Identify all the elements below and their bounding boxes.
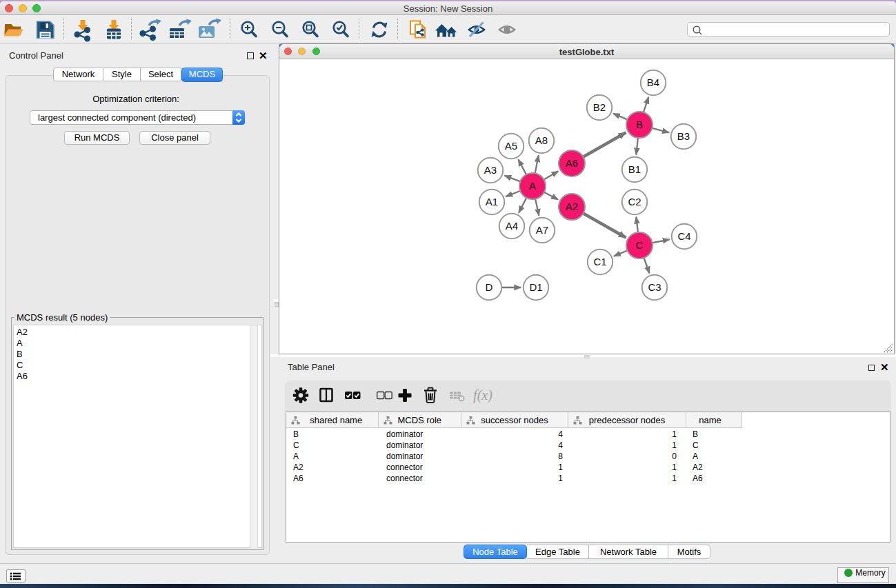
svg-text:C4: C4 (677, 230, 690, 242)
svg-text:B: B (636, 119, 643, 130)
svg-text:D1: D1 (529, 281, 542, 293)
svg-text:C1: C1 (593, 256, 606, 267)
svg-text:A4: A4 (506, 220, 518, 232)
svg-text:A: A (529, 180, 536, 192)
svg-text:A2: A2 (566, 201, 578, 212)
svg-text:C3: C3 (648, 281, 661, 293)
svg-text:B3: B3 (677, 130, 690, 142)
svg-text:A1: A1 (486, 196, 498, 207)
svg-text:A6: A6 (566, 157, 578, 169)
svg-text:B2: B2 (593, 101, 606, 113)
svg-text:A3: A3 (484, 164, 497, 176)
svg-text:D: D (486, 281, 493, 293)
svg-text:A7: A7 (536, 224, 548, 236)
svg-text:B4: B4 (647, 77, 659, 88)
svg-text:f(x): f(x) (473, 387, 492, 403)
svg-text:C: C (636, 239, 644, 251)
svg-text:A8: A8 (535, 134, 548, 146)
svg-text:C2: C2 (628, 196, 641, 207)
svg-text:B1: B1 (628, 163, 641, 175)
svg-text:A5: A5 (505, 140, 517, 152)
